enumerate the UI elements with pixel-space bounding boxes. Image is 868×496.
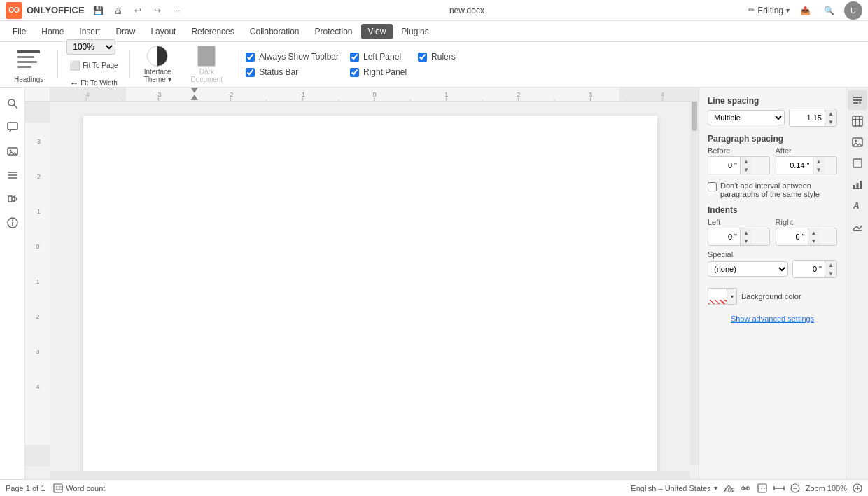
left-panel-input[interactable] (350, 53, 359, 62)
special-indent-down-btn[interactable]: ▼ (825, 269, 836, 277)
left-indent-down-btn[interactable]: ▼ (741, 237, 752, 245)
after-up-btn[interactable]: ▲ (813, 157, 825, 165)
status-bar-right: English – United States ▾ ABC Zoom 100% (631, 483, 862, 493)
zoom-level-text: Zoom 100% (806, 484, 847, 492)
fit-page-button[interactable]: ⬜ Fit To Page (66, 59, 120, 72)
menu-collaboration[interactable]: Collaboration (243, 24, 307, 39)
rulers-checkbox[interactable]: Rulers (418, 52, 456, 62)
search-header-button[interactable]: 🔍 (820, 2, 837, 19)
before-spacing-input[interactable] (708, 157, 740, 174)
line-spacing-down-btn[interactable]: ▼ (825, 118, 836, 126)
headings-button[interactable]: Headings (8, 43, 49, 86)
spell-check-icon[interactable]: ABC (723, 483, 734, 493)
svg-point-67 (855, 140, 857, 142)
doc-content[interactable] (50, 102, 690, 471)
track-changes-icon[interactable] (740, 483, 751, 493)
line-spacing-type-select[interactable]: Multiple Single 1.5 lines Double At leas… (708, 110, 785, 125)
bg-color-swatch[interactable]: ▾ (708, 288, 737, 305)
more-button[interactable]: ··· (169, 2, 186, 19)
undo-button[interactable]: ↩ (130, 2, 146, 19)
before-down-btn[interactable]: ▼ (741, 165, 752, 174)
fit-page-status-icon[interactable] (757, 483, 768, 493)
menu-plugins[interactable]: Plugins (394, 24, 435, 39)
zoom-in-button[interactable] (853, 483, 862, 493)
fit-width-label: Fit To Width (80, 79, 118, 87)
text-art-icon[interactable]: A (848, 195, 867, 215)
editing-indicator[interactable]: ✏ Editing ▾ (748, 6, 790, 15)
always-show-toolbar-checkbox[interactable]: Always Show Toolbar (246, 52, 339, 62)
menu-protection[interactable]: Protection (308, 24, 360, 39)
sidebar-list-icon[interactable] (2, 165, 23, 186)
image-icon[interactable] (848, 132, 867, 152)
svg-rect-0 (18, 50, 40, 53)
after-spinner-btns: ▲ ▼ (813, 157, 825, 174)
svg-rect-68 (853, 159, 862, 167)
menu-insert[interactable]: Insert (72, 24, 107, 39)
language-selector[interactable]: English – United States ▾ (631, 484, 717, 492)
headings-icon (16, 46, 41, 74)
always-show-toolbar-input[interactable] (246, 53, 255, 62)
table-icon[interactable] (848, 111, 867, 131)
menu-references[interactable]: References (184, 24, 241, 39)
document-page[interactable] (83, 116, 657, 471)
right-indent-up-btn[interactable]: ▲ (808, 228, 820, 237)
scrollbar-horizontal[interactable] (50, 471, 690, 479)
after-down-btn[interactable]: ▼ (813, 165, 825, 174)
right-panel-input[interactable] (350, 68, 359, 77)
scrollbar-vertical[interactable] (690, 88, 699, 465)
redo-button[interactable]: ↪ (149, 2, 166, 19)
sidebar-info-icon[interactable] (2, 212, 23, 233)
paragraph-spacing-section: Paragraph spacing Before ▲ ▼ Af (708, 134, 837, 174)
left-panel-checkbox[interactable]: Left Panel (350, 52, 407, 62)
signature-icon[interactable] (848, 216, 867, 236)
line-spacing-up-btn[interactable]: ▲ (825, 109, 836, 118)
line-spacing-value-input[interactable] (790, 109, 825, 126)
show-advanced-button[interactable]: Show advanced settings (708, 315, 837, 323)
zoom-select[interactable]: 100% 75% 50% 125% 150% 200% (66, 39, 115, 55)
status-bar-checkbox[interactable]: Status Bar (246, 67, 339, 77)
shape-icon[interactable] (848, 153, 867, 173)
word-count-button[interactable]: 123 Word count (53, 483, 105, 493)
right-indent-down-btn[interactable]: ▼ (808, 237, 820, 245)
interface-theme-button[interactable]: Interface Theme ▾ (139, 43, 177, 86)
svg-marker-12 (8, 196, 12, 202)
print-button[interactable]: 🖨 (110, 2, 127, 19)
bg-color-dropdown-btn[interactable]: ▾ (727, 289, 736, 304)
dont-add-interval-checkbox[interactable]: Don't add interval between paragraphs of… (708, 181, 837, 198)
left-indent-input[interactable] (708, 228, 740, 245)
after-spacing-input[interactable] (776, 157, 813, 174)
share-button[interactable]: 📤 (797, 2, 813, 19)
before-label: Before (708, 146, 770, 155)
special-indent-input[interactable] (793, 261, 825, 277)
right-indent-input[interactable] (776, 228, 808, 245)
avatar[interactable]: U (844, 1, 862, 20)
sidebar-speaker-icon[interactable] (2, 188, 23, 209)
menu-view[interactable]: View (361, 24, 393, 39)
left-indent-up-btn[interactable]: ▲ (741, 228, 752, 237)
special-indent-up-btn[interactable]: ▲ (825, 261, 836, 269)
editing-label: Editing (757, 6, 783, 15)
svg-line-5 (14, 105, 17, 108)
before-up-btn[interactable]: ▲ (741, 157, 752, 165)
menu-draw[interactable]: Draw (108, 24, 142, 39)
menu-file[interactable]: File (6, 24, 33, 39)
chart-icon[interactable] (848, 174, 867, 194)
dont-add-interval-input[interactable] (708, 182, 717, 191)
save-button[interactable]: 💾 (90, 2, 107, 19)
rulers-input[interactable] (418, 53, 427, 62)
zoom-out-button[interactable] (790, 483, 800, 493)
after-spacing-col: After ▲ ▼ (776, 146, 838, 174)
sidebar-media-icon[interactable] (2, 141, 23, 162)
sidebar-search-icon[interactable] (2, 93, 23, 114)
special-indent-select[interactable]: (none) First line Hanging (708, 261, 788, 277)
sidebar-comment-icon[interactable] (2, 117, 23, 138)
status-bar-input[interactable] (246, 68, 255, 77)
paragraph-settings-icon[interactable] (848, 90, 867, 110)
right-panel-checkbox[interactable]: Right Panel (350, 67, 407, 77)
menu-home[interactable]: Home (34, 24, 71, 39)
fit-width-status-icon[interactable] (774, 483, 785, 493)
page-info[interactable]: Page 1 of 1 (6, 484, 45, 492)
menu-layout[interactable]: Layout (144, 24, 183, 39)
line-spacing-section: Line spacing Multiple Single 1.5 lines D… (708, 96, 837, 127)
dark-document-button[interactable]: Dark Document (186, 43, 229, 86)
